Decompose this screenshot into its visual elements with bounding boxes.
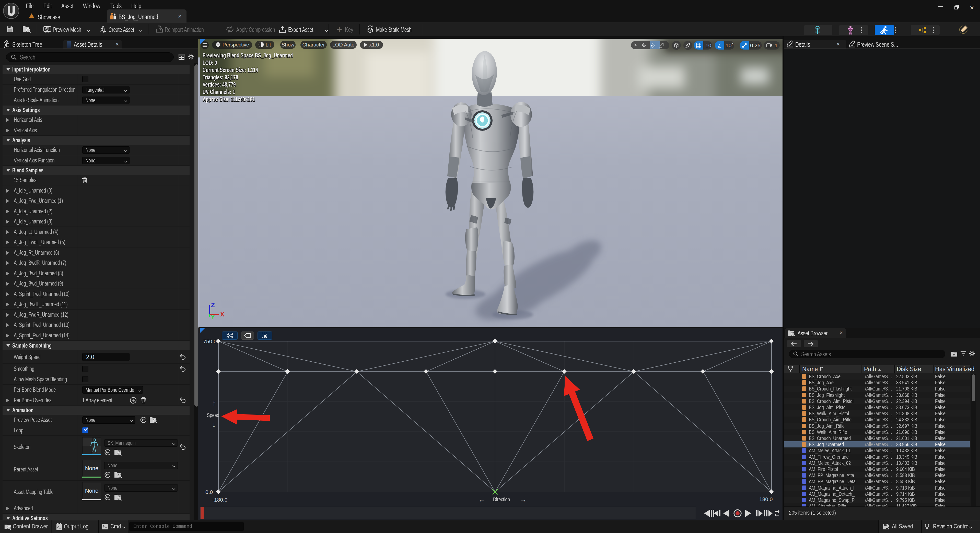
svg-text:X: X bbox=[220, 311, 224, 318]
svg-text:Y: Y bbox=[211, 313, 215, 320]
svg-text:Z: Z bbox=[211, 302, 215, 309]
